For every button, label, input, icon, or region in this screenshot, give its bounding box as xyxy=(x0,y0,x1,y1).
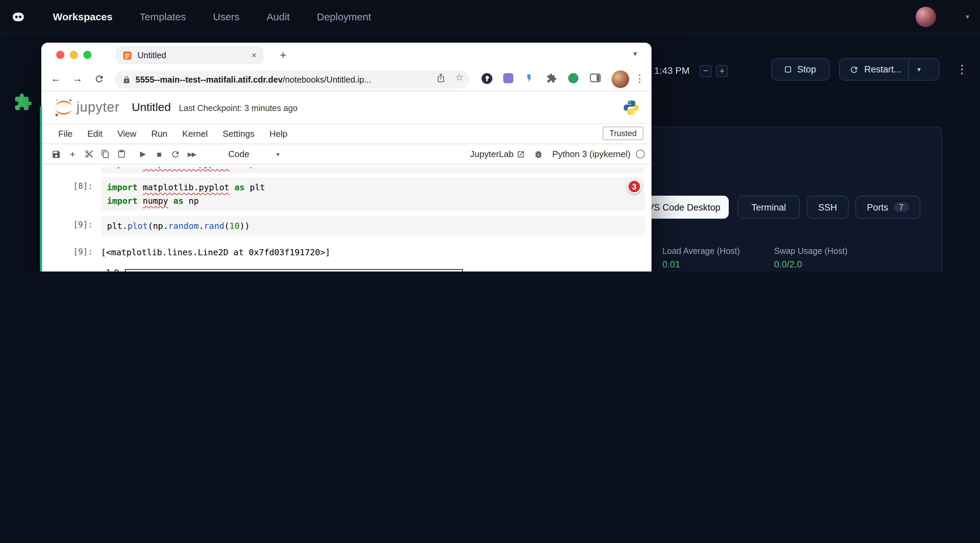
browser-toolbar: ← → 5555--main--test--matifali.atif.cdr.… xyxy=(41,67,652,91)
menu-run[interactable]: Run xyxy=(144,129,175,139)
browser-menu-kebab-icon[interactable]: ⋮ xyxy=(635,73,645,85)
code-cell-8: [8]: 3 import matplotlib.pyplot as pltim… xyxy=(41,178,652,211)
checkpoint-status: Last Checkpoint: 3 minutes ago xyxy=(179,103,298,113)
coder-logo-icon[interactable] xyxy=(11,9,26,24)
notebook-title[interactable]: Untitled xyxy=(132,100,171,114)
cell-type-dropdown[interactable]: Code ▾ xyxy=(228,149,279,159)
purple-extension-icon[interactable] xyxy=(503,73,513,83)
window-maximize-button[interactable] xyxy=(83,51,91,59)
password-manager-extension-icon[interactable] xyxy=(482,73,492,84)
restart-options-chevron[interactable]: ▾ xyxy=(909,59,929,80)
interrupt-kernel-button[interactable]: ■ xyxy=(151,146,167,162)
python-logo-icon xyxy=(623,99,640,116)
cell-9-output: [9]: [<matplotlib.lines.Line2D at 0x7fd0… xyxy=(41,243,652,257)
nav-item-audit[interactable]: Audit xyxy=(267,11,290,22)
trusted-button[interactable]: Trusted xyxy=(603,127,644,140)
restart-button-label: Restart... xyxy=(864,64,901,75)
swap-usage-label: Swap Usage (Host) xyxy=(774,246,848,256)
zoom-in-button[interactable]: + xyxy=(716,65,728,77)
run-all-cells-button[interactable]: ▶▶ xyxy=(183,146,200,162)
open-in-jupyterlab-link[interactable]: JupyterLab xyxy=(470,149,525,159)
jupyter-favicon xyxy=(123,51,132,60)
browser-profile-avatar[interactable] xyxy=(612,70,629,88)
load-average-label: Load Average (Host) xyxy=(662,246,740,256)
cell-8-editor[interactable]: 3 import matplotlib.pyplot as pltimport … xyxy=(101,178,645,211)
new-tab-button[interactable]: + xyxy=(274,47,292,64)
tab-title: Untitled xyxy=(137,51,251,60)
browser-tab[interactable]: Untitled × xyxy=(116,46,264,64)
cut-cell-button[interactable] xyxy=(81,146,97,162)
back-icon[interactable]: ← xyxy=(51,73,61,84)
swap-usage-value: 0.0/2.0 xyxy=(774,259,802,270)
vscode-desktop-button[interactable]: VS Code Desktop xyxy=(640,196,729,219)
save-button[interactable] xyxy=(48,146,64,162)
restart-kernel-button[interactable] xyxy=(167,146,183,162)
forward-icon[interactable]: → xyxy=(72,73,83,84)
restart-icon xyxy=(849,65,859,74)
bookmark-star-icon[interactable]: ☆ xyxy=(455,72,464,83)
window-minimize-button[interactable] xyxy=(70,51,78,59)
screen: Workspaces Templates Users Audit Deploym… xyxy=(0,0,980,272)
workspace-menu-kebab[interactable]: ⋮ xyxy=(956,62,968,76)
menu-kernel[interactable]: Kernel xyxy=(175,129,215,139)
extensions-puzzle-icon[interactable] xyxy=(547,73,557,86)
ports-count-badge: 7 xyxy=(894,202,909,212)
collaborator-badge: 3 xyxy=(627,179,641,194)
stop-button-label: Stop xyxy=(797,64,816,75)
ssh-button[interactable]: SSH xyxy=(807,196,849,219)
menu-view[interactable]: View xyxy=(110,129,144,139)
nav-item-deployment[interactable]: Deployment xyxy=(317,11,371,22)
paste-cell-button[interactable] xyxy=(113,146,129,162)
nav-item-users[interactable]: Users xyxy=(213,11,239,22)
nav-item-workspaces[interactable]: Workspaces xyxy=(53,11,113,22)
jupyter-brand-text: jupyter xyxy=(76,100,119,115)
tab-close-icon[interactable]: × xyxy=(251,50,257,60)
run-cell-button[interactable]: ▶ xyxy=(135,146,151,162)
url-bar[interactable]: 5555--main--test--matifali.atif.cdr.dev/… xyxy=(115,70,469,89)
reload-icon[interactable] xyxy=(94,74,104,86)
green-extension-icon[interactable] xyxy=(568,73,578,83)
zoom-out-button[interactable]: − xyxy=(700,65,712,77)
window-close-button[interactable] xyxy=(56,51,64,59)
chevron-down-icon: ▾ xyxy=(276,151,279,157)
menu-settings[interactable]: Settings xyxy=(215,129,262,139)
restart-workspace-button[interactable]: Restart... ▾ xyxy=(839,58,939,81)
clipped-cell: import matplotlib.pyplot as plt xyxy=(41,167,652,173)
bolt-extension-icon[interactable] xyxy=(525,73,534,86)
debugger-bug-icon[interactable] xyxy=(531,146,547,162)
insert-cell-button[interactable]: + xyxy=(64,146,81,162)
jupyter-menubar: File Edit View Run Kernel Settings Help … xyxy=(41,124,652,144)
svg-text:1.0: 1.0 xyxy=(106,267,119,272)
browser-tab-strip: Untitled × + ▾ xyxy=(41,43,652,67)
copy-cell-button[interactable] xyxy=(97,146,113,162)
terminal-label: Terminal xyxy=(751,202,786,212)
chevron-down-icon[interactable]: ▾ xyxy=(966,13,969,20)
jupyter-toolbar: + ▶ ■ ▶▶ Code ▾ JupyterLab xyxy=(41,144,652,165)
tab-list-chevron-icon[interactable]: ▾ xyxy=(633,49,637,58)
browser-window: Untitled × + ▾ ← → 5555--main--test--mat… xyxy=(41,43,652,272)
ports-button[interactable]: Ports 7 xyxy=(855,196,920,219)
cell-9-editor[interactable]: plt.plot(np.random.rand(10)) xyxy=(101,216,645,236)
code-cell-9: [9]: plt.plot(np.random.rand(10)) xyxy=(41,216,652,236)
ports-label: Ports xyxy=(867,202,888,212)
lock-icon[interactable] xyxy=(123,76,131,84)
nav-item-templates[interactable]: Templates xyxy=(140,11,186,22)
jupyterlab-label: JupyterLab xyxy=(470,149,514,159)
menu-file[interactable]: File xyxy=(51,129,80,139)
vscode-desktop-label: VS Code Desktop xyxy=(648,202,721,212)
menu-help[interactable]: Help xyxy=(262,129,295,139)
user-avatar[interactable] xyxy=(916,6,936,27)
share-icon[interactable] xyxy=(436,73,445,85)
terminal-button[interactable]: Terminal xyxy=(738,196,800,219)
menu-edit[interactable]: Edit xyxy=(80,129,110,139)
cell-8-prompt: [8]: xyxy=(41,178,101,191)
top-nav: Workspaces Templates Users Audit Deploym… xyxy=(0,0,980,34)
clock-time: 1:43 PM xyxy=(654,65,689,76)
green-accent-line xyxy=(40,106,42,272)
stop-workspace-button[interactable]: Stop xyxy=(772,58,830,81)
kernel-name-button[interactable]: Python 3 (ipykernel) xyxy=(552,149,630,159)
side-panel-icon[interactable] xyxy=(590,73,601,85)
puzzle-extension-icon[interactable] xyxy=(14,93,32,112)
jupyter-header: jupyter Untitled Last Checkpoint: 3 minu… xyxy=(41,91,652,124)
cell-9-prompt: [9]: xyxy=(41,216,101,230)
